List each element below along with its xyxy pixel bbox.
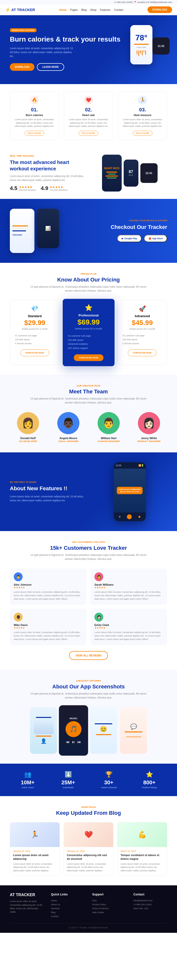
test-text-0: Lorem ipsum dolor sit amet, consectetur … <box>14 590 83 601</box>
new-features-title: About New Features !! <box>10 485 85 492</box>
new-features-section: BE THE FIRST TO KNOW About New Features … <box>0 452 177 531</box>
footer-top: AT TRACKER Lorem ipsum dolor sit amet, c… <box>10 893 167 918</box>
test-name-3: Emily Clark <box>94 624 163 627</box>
cycle-badge: 6 BICYCLE CHURCHES Ipsum dolor sit amet <box>117 487 143 494</box>
feature-read-btn-2[interactable]: READ MORE <box>133 131 153 136</box>
plan-icon-2: 🚀 <box>123 305 162 312</box>
test-avatar-2: 👨🏿 <box>14 612 22 622</box>
app-store-button[interactable]: 🍎 App Store <box>144 235 167 242</box>
footer-col3-title: Support <box>92 893 126 896</box>
footer-col2-title: Quick Links <box>51 893 85 896</box>
footer-bottom: © 2024 AT Tracker. All Rights Reserved. <box>10 923 167 929</box>
advanced-phone-1: HEART RATE <box>102 154 122 191</box>
testimonial-1: 👩 Sarah Williams ★★★★★ Lorem ipsum dolor… <box>91 568 167 605</box>
hero-watch-face: 11:41 <box>158 45 164 48</box>
screenshot-1: MUSIC 🎵 ⏮⏯⏭ <box>59 705 88 756</box>
test-stars-2: ★★★★★ <box>14 627 83 629</box>
blog-card-1[interactable]: ❤️ February 15, 2024 Consectetur adipisc… <box>64 822 113 875</box>
rating-stars-1: ★★★★★ <box>19 185 36 189</box>
nav-shop[interactable]: Shop <box>90 8 97 11</box>
footer-link-4[interactable]: Contact <box>51 914 85 918</box>
footer-support-3[interactable]: Help Center <box>92 910 126 914</box>
testimonials-grid: 👨 Alex Johnson ★★★★★ Lorem ipsum dolor s… <box>10 568 167 645</box>
ctrl-play-icon[interactable] <box>127 514 132 519</box>
feature-icon-1: ❤️ <box>84 95 93 105</box>
blog-card-0[interactable]: 🏃 January 20, 2024 Lorem ipsum dolor sit… <box>10 822 60 875</box>
footer-link-2[interactable]: Services <box>51 907 85 910</box>
all-reviews-button[interactable]: VIEW ALL REVIEWS <box>69 651 108 660</box>
footer-support-0[interactable]: FAQ <box>92 899 126 902</box>
stat-num-0: 10M+ <box>10 780 45 786</box>
feature-read-btn-0[interactable]: READ MORE <box>25 131 45 136</box>
footer: AT TRACKER Lorem ipsum dolor sit amet, c… <box>0 885 177 933</box>
blog-card-2[interactable]: 💪 March 10, 2024 Tempor incididunt ut la… <box>117 822 167 875</box>
footer-support-2[interactable]: Terms of Service <box>92 907 126 910</box>
team-role-2: FASHION DESIGNER <box>91 440 127 442</box>
stat-item-2: 🏆 30+ Award Achieved <box>91 771 127 789</box>
plan-price-1: $69.99 <box>68 318 109 326</box>
pricing-title: Know About Our Pricing <box>10 277 167 283</box>
blog-desc-2: Lorem ipsum dolor sit amet, consectetur … <box>120 862 164 873</box>
nav-features[interactable]: Features <box>100 8 110 11</box>
nav-blog[interactable]: Blog <box>81 8 87 11</box>
tracker-phones-container: TRACKER 📊 <box>10 209 59 253</box>
stat-icon-3: ⭐ <box>132 771 167 778</box>
stat-num-1: 25M+ <box>50 780 86 786</box>
plan-feature-0-1: 100 disk space <box>15 337 54 342</box>
rating-num-1: 4.5 <box>10 185 18 191</box>
nav-home[interactable]: Home <box>59 8 67 11</box>
feature-read-btn-1[interactable]: READ MORE <box>79 131 99 136</box>
blog-content-2: March 10, 2024 Tempor incididunt ut labo… <box>118 847 167 875</box>
footer-support-1[interactable]: Privacy Policy <box>92 902 126 907</box>
feature-title-1: Heart rate <box>67 114 110 116</box>
tracker-phone-light: TRACKER <box>10 209 34 253</box>
screenshots-label: CHECKOUT APP DEMO <box>10 679 167 682</box>
footer-col-links: Quick Links Home About Us Services Blog … <box>51 893 85 918</box>
screenshots-desc: Ut eget placerat et Dignissit dc. Sceler… <box>27 692 150 700</box>
test-name-2: Mike Davis <box>14 624 83 627</box>
test-stars-3: ★★★★★ <box>94 627 163 629</box>
pricing-card-standard: 💎 Standard $29.99 limited access for a m… <box>10 300 60 365</box>
blog-desc-1: Lorem ipsum dolor sit amet, consectetur … <box>67 862 110 873</box>
testimonial-0: 👨 Alex Johnson ★★★★★ Lorem ipsum dolor s… <box>10 568 86 605</box>
nav-download-button[interactable]: DOWNLOAD <box>148 6 172 13</box>
tracker-cta-section: TRACKER 📊 CHOOSE YOUR DEVICE PLATFORM Ch… <box>0 199 177 263</box>
plan-btn-2[interactable]: PURCHASE NOW <box>128 349 156 356</box>
team-title: Meet The Team <box>10 388 167 395</box>
stat-label-2: Award Achieved <box>91 786 127 789</box>
footer-support-list: FAQ Privacy Policy Terms of Service Help… <box>92 899 126 914</box>
hero-download-button[interactable]: DOWNLOAD <box>10 63 34 71</box>
tracker-badge: CHOOSE YOUR DEVICE PLATFORM <box>66 219 167 222</box>
ratings-row: 4.5 ★★★★★ 250,000 Reviews 4.9 ★★★★★ 220,… <box>10 185 85 191</box>
stats-section: 👥 10M+ Active Users ⬇️ 25M+ Downloads 🏆 … <box>0 764 177 796</box>
nf-phone: 12:25 📶🔋 6 BICYCLE CHURCHES Ipsum dolor … <box>114 462 146 521</box>
tracker-phone-dark: 📊 <box>37 209 59 248</box>
rating-item-1: 4.5 ★★★★★ 250,000 Reviews <box>10 185 36 191</box>
nf-phone-header: 12:25 📶🔋 <box>114 462 146 469</box>
test-avatar-1: 👩 <box>94 572 103 581</box>
stat-num-2: 30+ <box>91 780 127 786</box>
plan-btn-1[interactable]: PURCHASE NOW <box>74 354 104 361</box>
test-avatar-0: 👨 <box>14 572 22 581</box>
footer-desc: Lorem ipsum dolor sit amet, consectetur … <box>10 900 44 914</box>
screenshots-grid: 👤 MUSIC 🎵 ⏮⏯⏭ 😊 💬 <box>10 707 167 754</box>
footer-contact-0: info@attracker.com <box>134 899 167 902</box>
feature-num-1: 02. <box>67 107 110 113</box>
blog-img-2: 💪 <box>118 822 167 847</box>
google-play-button[interactable]: ▶ Google Play <box>117 235 142 242</box>
plan-btn-0[interactable]: PURCHASE NOW <box>21 349 49 356</box>
footer-link-0[interactable]: Home <box>51 899 85 902</box>
nav-contact[interactable]: Contact <box>114 8 123 11</box>
tracker-title: Checkout Our Tracker <box>66 224 167 231</box>
footer-link-1[interactable]: About Us <box>51 902 85 907</box>
nav-pages[interactable]: Pages <box>70 8 78 11</box>
feature-num-2: 03. <box>121 107 164 113</box>
new-features-badge: BE THE FIRST TO KNOW <box>10 481 85 484</box>
plan-period-1: limited access for a month <box>68 328 109 330</box>
blog-content-1: February 15, 2024 Consectetur adipiscing… <box>64 847 113 875</box>
test-text-2: Lorem ipsum dolor sit amet, consectetur … <box>14 631 83 641</box>
footer-link-3[interactable]: Blog <box>51 910 85 914</box>
footer-contact-1: +1 800-234-12345 <box>134 902 167 907</box>
hero-learn-button[interactable]: LEARN MORE <box>37 63 64 71</box>
team-label: OUR CREATIVE TEAM <box>10 385 167 387</box>
